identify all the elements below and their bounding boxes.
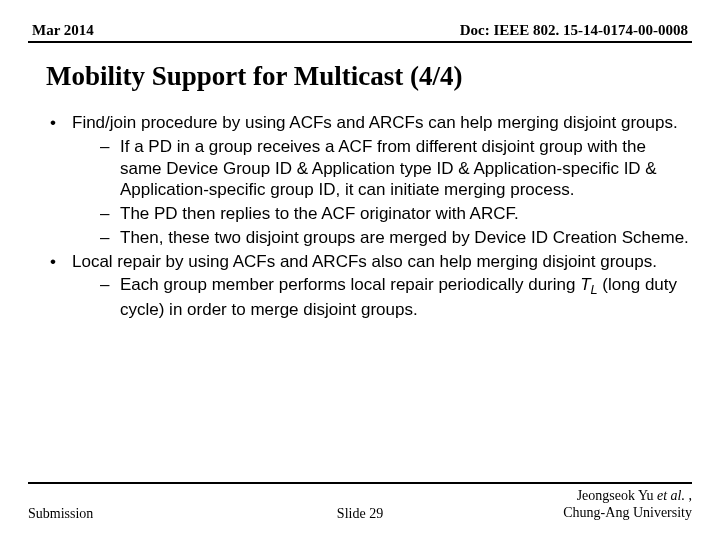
- footer-rule: [28, 482, 692, 484]
- slide: Mar 2014 Doc: IEEE 802. 15-14-0174-00-00…: [0, 0, 720, 540]
- sub-bullet: Then, these two disjoint groups are merg…: [100, 227, 692, 249]
- bullet-text: Local repair by using ACFs and ARCFs als…: [72, 252, 657, 271]
- header-doc: Doc: IEEE 802. 15-14-0174-00-0008: [460, 22, 688, 39]
- bullet-text: Find/join procedure by using ACFs and AR…: [72, 113, 678, 132]
- slide-title: Mobility Support for Multicast (4/4): [46, 61, 692, 92]
- footer-center: Slide 29: [28, 506, 692, 522]
- header-date: Mar 2014: [32, 22, 94, 39]
- bullet-item: Local repair by using ACFs and ARCFs als…: [50, 251, 692, 321]
- sub-bullet: If a PD in a group receives a ACF from d…: [100, 136, 692, 201]
- body-text: Find/join procedure by using ACFs and AR…: [28, 112, 692, 321]
- footer-author: Jeongseok Yu et al. ,: [563, 488, 692, 505]
- header-bar: Mar 2014 Doc: IEEE 802. 15-14-0174-00-00…: [28, 22, 692, 43]
- sub-bullet: Each group member performs local repair …: [100, 274, 692, 320]
- bullet-item: Find/join procedure by using ACFs and AR…: [50, 112, 692, 249]
- footer: Submission Slide 29 Jeongseok Yu et al. …: [28, 488, 692, 522]
- sub-bullet: The PD then replies to the ACF originato…: [100, 203, 692, 225]
